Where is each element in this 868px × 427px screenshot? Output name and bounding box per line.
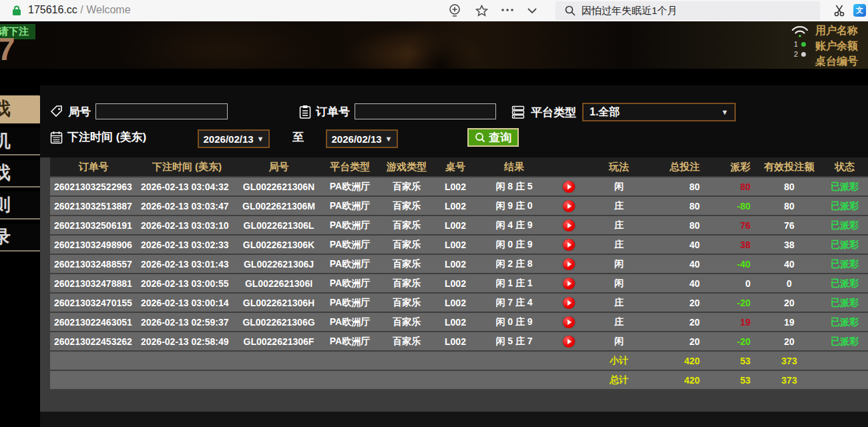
cell-play-style: 闲 (586, 278, 652, 290)
cell-payout: -80 (710, 201, 757, 211)
table-row: 260213032522963 2026-02-13 03:04:32 GL00… (50, 176, 868, 195)
replay-video-icon[interactable] (563, 297, 575, 309)
cell-table-no: L002 (434, 317, 477, 328)
cell-order-id: 260213032470155 (50, 298, 137, 308)
header-total-bet: 总投注 (652, 161, 710, 173)
cell-payout: -20 (710, 336, 757, 347)
cell-play-style: 庄 (586, 297, 652, 309)
header-play-style: 玩法 (586, 161, 652, 173)
scissors-icon[interactable] (833, 4, 847, 17)
header-table-no: 桌号 (434, 161, 477, 173)
platform-type-select[interactable]: 1.全部 ▼ (582, 103, 736, 121)
favorite-star-icon[interactable] (475, 5, 488, 17)
sidebar-tab-1[interactable]: 戏 (0, 95, 46, 123)
table-number-label: 桌台编号 (813, 54, 868, 69)
cell-status: 已派彩 (821, 258, 868, 270)
total-total-bet: 420 (652, 375, 710, 386)
cell-payout: 76 (710, 220, 757, 231)
cell-table-no: L002 (434, 278, 477, 289)
lock-icon[interactable] (12, 5, 21, 16)
cell-bet-time: 2026-02-13 03:00:55 (137, 278, 237, 289)
cell-result: 闲 9 庄 0 (477, 200, 552, 212)
clipboard-icon (299, 105, 311, 119)
cell-order-id: 260213032513887 (50, 201, 137, 211)
query-button[interactable]: 查询 (467, 128, 519, 147)
header-valid-bet: 有效投注额 (757, 161, 821, 173)
zoom-page-icon[interactable] (448, 3, 461, 18)
chevron-down-icon[interactable] (527, 7, 537, 14)
replay-video-icon[interactable] (563, 258, 575, 270)
url-path: / Welcome (77, 4, 131, 15)
cell-game-type: 百家乐 (379, 239, 434, 251)
replay-video-icon[interactable] (563, 220, 575, 232)
cell-total-bet: 40 (652, 278, 710, 289)
sidebar: 戏 机 戏 则 录 (0, 85, 40, 427)
cell-order-id: 260213032498906 (50, 240, 137, 250)
cell-result: 闲 7 庄 4 (477, 297, 552, 309)
replay-video-icon[interactable] (563, 336, 575, 348)
more-menu-icon[interactable] (501, 8, 514, 12)
cell-payout: -40 (710, 259, 757, 270)
account-info-panel: 用户名称 账户余额 桌台编号 (813, 23, 868, 69)
query-button-label: 查询 (489, 130, 511, 145)
cell-round-id: GL0022621306K (237, 240, 320, 250)
cell-platform: PA欧洲厅 (320, 258, 379, 270)
round-id-input[interactable] (95, 103, 228, 119)
cell-result: 闲 1 庄 1 (477, 278, 552, 290)
table-row: 260213032478881 2026-02-13 03:00:55 GL00… (50, 273, 868, 292)
cell-game-type: 百家乐 (379, 220, 434, 232)
cell-status: 已派彩 (821, 220, 868, 232)
subtotal-row: 小计 420 53 373 (50, 350, 868, 370)
header-game-type: 游戏类型 (379, 161, 434, 173)
translate-icon[interactable]: 文 (853, 4, 866, 17)
replay-video-icon[interactable] (563, 200, 575, 212)
sidebar-tab-2[interactable]: 机 (0, 127, 40, 155)
wifi-icon (791, 25, 813, 38)
replay-video-icon[interactable] (563, 239, 575, 251)
cell-valid-bet: 80 (757, 181, 821, 192)
header-result: 结果 (477, 161, 552, 173)
replay-video-icon[interactable] (563, 316, 575, 328)
connection-cluster: 1 2 (791, 25, 813, 59)
sidebar-tab-5[interactable]: 录 (0, 224, 40, 252)
subtotal-total-bet: 420 (652, 356, 710, 366)
cell-status: 已派彩 (821, 239, 868, 251)
replay-video-icon[interactable] (563, 181, 575, 193)
search-icon (565, 5, 576, 16)
replay-video-icon[interactable] (563, 278, 575, 290)
cell-total-bet: 40 (652, 240, 710, 250)
cell-game-type: 百家乐 (379, 200, 434, 212)
magnifier-icon (475, 132, 485, 143)
cell-result: 闲 8 庄 5 (477, 181, 552, 193)
cell-play-style: 庄 (586, 200, 652, 212)
platform-type-label: 平台类型 (531, 105, 576, 120)
cell-payout: 80 (710, 181, 757, 192)
cell-valid-bet: 38 (757, 240, 821, 250)
sidebar-tab-3[interactable]: 戏 (0, 159, 40, 187)
cell-order-id: 260213032506191 (50, 220, 137, 231)
cell-result: 闲 2 庄 8 (477, 258, 552, 270)
date-caret-icon: ▼ (257, 135, 264, 143)
cell-order-id: 260213032488557 (50, 259, 137, 270)
cell-status: 已派彩 (821, 181, 868, 193)
username-label: 用户名称 (813, 23, 868, 38)
order-id-input[interactable] (355, 103, 496, 119)
cell-valid-bet: 40 (757, 259, 821, 270)
cell-payout: -20 (710, 298, 757, 308)
cell-status: 已派彩 (821, 336, 868, 348)
cell-valid-bet: 80 (757, 201, 821, 211)
cell-platform: PA欧洲厅 (320, 278, 379, 290)
cell-payout: 0 (710, 278, 757, 289)
cell-bet-time: 2026-02-13 03:02:33 (137, 240, 237, 250)
cell-status: 已派彩 (821, 297, 868, 309)
cell-payout: 38 (710, 240, 757, 250)
search-input[interactable]: 因怕过年失眠近1个月 (556, 1, 820, 20)
date-to-picker[interactable]: 2026/02/13▼ (326, 129, 398, 148)
address-bar[interactable]: 175616.cc / Welcome (28, 4, 131, 16)
date-from-picker[interactable]: 2026/02/13▼ (198, 129, 270, 148)
cell-total-bet: 20 (652, 317, 710, 328)
cell-order-id: 260213032478881 (50, 278, 137, 289)
cell-play-style: 庄 (586, 239, 652, 251)
sidebar-tab-4[interactable]: 则 (0, 191, 40, 220)
cell-bet-time: 2026-02-13 03:03:10 (137, 220, 237, 231)
